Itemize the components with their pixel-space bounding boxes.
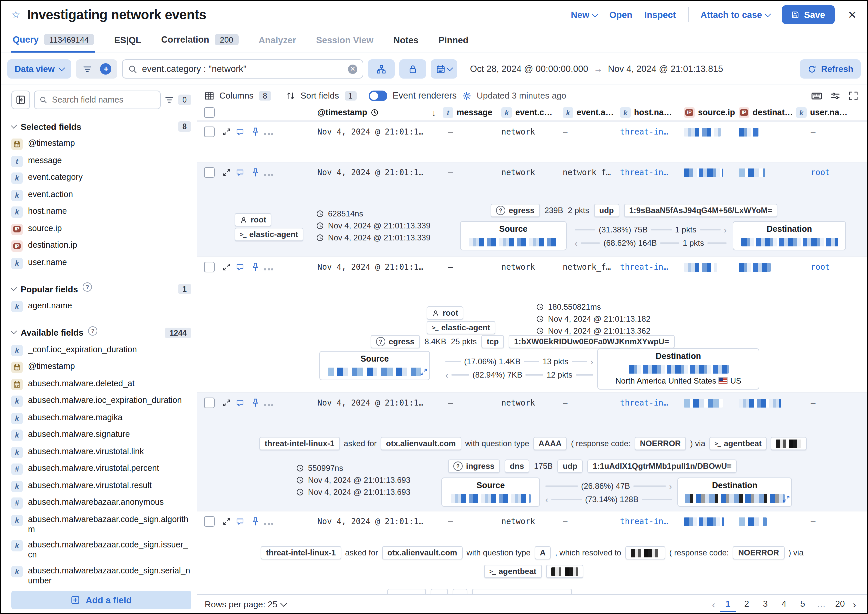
expand-event-icon[interactable] bbox=[220, 399, 233, 407]
attach-to-case-button[interactable]: Attach to case bbox=[701, 10, 770, 20]
field-list-item[interactable]: kabusech.malware.virustotal.link bbox=[11, 447, 191, 458]
column-header-event.a[interactable]: kevent.a… bbox=[563, 107, 620, 118]
direction-badge[interactable]: ?egress bbox=[491, 204, 540, 217]
agent-badge[interactable]: >_elastic-agent bbox=[427, 321, 495, 334]
collapse-sidebar-button[interactable] bbox=[11, 91, 30, 109]
save-button[interactable]: Save bbox=[782, 5, 834, 24]
domain-badge[interactable]: otx.alienvault.com bbox=[382, 546, 462, 560]
field-list-item[interactable]: #abusech.malwarebazaar.anonymous bbox=[11, 498, 191, 509]
row-checkbox[interactable] bbox=[204, 127, 215, 137]
date-range[interactable]: Oct 28, 2024 @ 00:00:00.000 → Nov 4, 202… bbox=[462, 59, 795, 79]
expand-icon[interactable] bbox=[420, 368, 427, 375]
field-list-item[interactable]: kabusech.malware.magika bbox=[11, 412, 191, 424]
agent-badge[interactable]: >_agentbeat bbox=[484, 565, 542, 578]
pin-icon[interactable] bbox=[247, 517, 264, 526]
cell-host-name[interactable]: threat-in… bbox=[620, 398, 684, 408]
field-list-item[interactable]: @timestamp bbox=[11, 138, 191, 150]
expand-event-icon[interactable] bbox=[220, 263, 233, 271]
field-list-item[interactable]: kagent.name bbox=[11, 301, 191, 312]
field-list-item[interactable]: kevent.action bbox=[11, 189, 191, 201]
field-section-header[interactable]: Popular fields?1 bbox=[11, 284, 191, 295]
cell-host-name[interactable]: threat-in… bbox=[620, 168, 684, 177]
page-prev-icon[interactable]: ‹ bbox=[710, 598, 717, 610]
community-id-badge[interactable]: 1:9sBaaN5fAsJ94qG4M+56/LxWYoM= bbox=[624, 204, 778, 217]
direction-badge[interactable]: ?egress bbox=[371, 335, 420, 348]
date-picker-button[interactable] bbox=[431, 59, 457, 79]
sort-down-icon[interactable]: ↓ bbox=[432, 107, 436, 118]
comment-icon[interactable] bbox=[233, 399, 247, 407]
field-list-item[interactable]: @timestamp bbox=[11, 361, 191, 373]
dns-badge[interactable]: dns bbox=[504, 459, 529, 473]
field-section-header[interactable]: Selected fields8 bbox=[11, 121, 191, 132]
field-section-header[interactable]: Available fields?1244 bbox=[11, 327, 191, 338]
tab-analyzer[interactable]: Analyzer bbox=[257, 30, 298, 53]
actions-menu-icon[interactable] bbox=[264, 166, 284, 178]
expand-icon[interactable] bbox=[782, 495, 790, 503]
pin-icon[interactable] bbox=[247, 398, 264, 408]
cell-user-name[interactable]: root bbox=[796, 168, 867, 177]
page-4[interactable]: 4 bbox=[776, 596, 792, 612]
event-renderers-toggle[interactable] bbox=[369, 90, 387, 101]
data-view-button[interactable]: Data view bbox=[7, 59, 72, 79]
field-list-item[interactable]: kabusech.malwarebazaar.code_sign.serial_… bbox=[11, 566, 191, 586]
cell-user-name[interactable]: root bbox=[796, 262, 867, 272]
agent-badge[interactable]: >_elastic-agent bbox=[235, 228, 303, 241]
page-2[interactable]: 2 bbox=[739, 596, 754, 612]
field-list-item[interactable]: kabusech.malware.virustotal.result bbox=[11, 481, 191, 492]
field-list-item[interactable]: #abusech.malware.virustotal.percent bbox=[11, 464, 191, 475]
protocol-badge[interactable]: udp bbox=[594, 204, 619, 217]
actions-menu-icon[interactable] bbox=[264, 515, 284, 527]
fullscreen-icon[interactable] bbox=[849, 91, 858, 100]
display-options-icon[interactable] bbox=[831, 91, 840, 100]
add-field-button[interactable]: Add a field bbox=[11, 591, 191, 609]
field-list-item[interactable]: kabusech.malware.signature bbox=[11, 429, 191, 441]
actions-menu-icon[interactable] bbox=[264, 126, 284, 138]
close-icon[interactable]: ✕ bbox=[846, 8, 858, 21]
column-header-user.na[interactable]: kuser.na… bbox=[796, 107, 867, 118]
question-type-badge[interactable]: A bbox=[535, 546, 551, 560]
keyboard-icon[interactable] bbox=[811, 90, 822, 101]
column-header-source.ip[interactable]: IPsource.ip bbox=[684, 107, 739, 118]
field-list-item[interactable]: tmessage bbox=[11, 155, 191, 167]
new-button[interactable]: New bbox=[571, 10, 597, 20]
pin-icon[interactable] bbox=[247, 262, 264, 272]
favorite-star-icon[interactable]: ☆ bbox=[11, 9, 20, 21]
table-row[interactable]: Nov 4, 2024 @ 21:01:1…–network–threat-in… bbox=[198, 511, 867, 594]
tab-es-ql[interactable]: ES|QL bbox=[113, 30, 142, 53]
select-all-checkbox[interactable] bbox=[204, 107, 215, 118]
pin-icon[interactable] bbox=[247, 127, 264, 136]
field-list-item[interactable]: abusech.malware.deleted_at bbox=[11, 378, 191, 390]
table-row[interactable]: Nov 4, 2024 @ 21:01:1…–network–threat-in… bbox=[198, 121, 867, 162]
comment-icon[interactable] bbox=[233, 128, 247, 136]
response-code-badge[interactable]: NOERROR bbox=[733, 546, 785, 560]
page-next-icon[interactable]: › bbox=[851, 598, 858, 610]
query-input[interactable]: event.category : "network" ✕ bbox=[122, 59, 363, 79]
refresh-button[interactable]: Refresh bbox=[800, 59, 861, 79]
community-id-badge[interactable]: 1:1uAdlX1QgtrMMb1pull1n/DBOwU= bbox=[587, 459, 737, 473]
pin-icon[interactable] bbox=[247, 168, 264, 177]
field-list-item[interactable]: kabusech.malware.ioc_expiration_duration bbox=[11, 395, 191, 407]
field-list-item[interactable]: IPdestination.ip bbox=[11, 240, 191, 252]
actions-menu-icon[interactable] bbox=[264, 397, 284, 409]
comment-icon[interactable] bbox=[233, 263, 247, 271]
agent-badge[interactable]: >_agentbeat bbox=[709, 437, 767, 450]
field-list-item[interactable]: khost.name bbox=[11, 206, 191, 218]
table-row[interactable]: Nov 4, 2024 @ 21:01:1…–network–threat-in… bbox=[198, 392, 867, 511]
field-list-item[interactable]: kabusech.malwarebazaar.code_sign.algorit… bbox=[11, 515, 191, 535]
host-badge[interactable]: threat-intel-linux-1 bbox=[261, 546, 341, 560]
column-header-event.c[interactable]: kevent.c… bbox=[501, 107, 563, 118]
expand-event-icon[interactable] bbox=[220, 128, 233, 136]
open-button[interactable]: Open bbox=[609, 10, 632, 20]
table-row[interactable]: Nov 4, 2024 @ 21:01:1…–networknetwork_f…… bbox=[198, 162, 867, 256]
page-3[interactable]: 3 bbox=[758, 596, 773, 612]
comment-icon[interactable] bbox=[233, 169, 247, 177]
host-badge[interactable]: threat-intel-linux-1 bbox=[259, 437, 340, 450]
field-list-item[interactable]: kevent.category bbox=[11, 172, 191, 184]
cell-host-name[interactable]: threat-in… bbox=[620, 262, 684, 272]
destination-geo[interactable]: North America United StatesUS bbox=[604, 376, 753, 386]
question-type-badge[interactable]: AAAA bbox=[534, 437, 567, 450]
tab-correlation[interactable]: Correlation200 bbox=[160, 29, 240, 53]
field-search-box[interactable] bbox=[34, 91, 160, 109]
response-code-badge[interactable]: NOERROR bbox=[635, 437, 686, 450]
date-to[interactable]: Nov 4, 2024 @ 21:01:13.815 bbox=[608, 64, 723, 74]
